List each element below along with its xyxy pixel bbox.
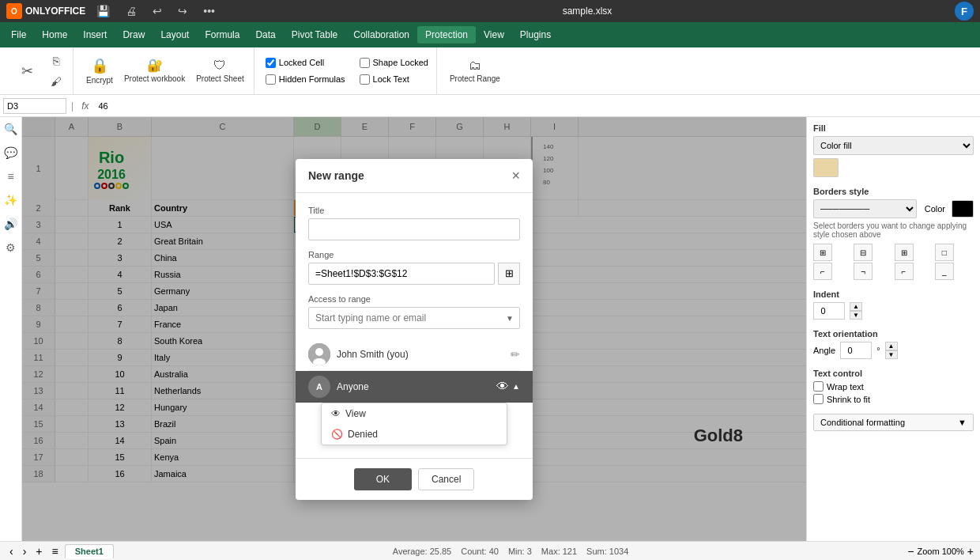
sheet-tabs: ‹ › + ≡ Sheet1 [6, 544, 114, 558]
sheets-list-button[interactable]: ≡ [49, 545, 62, 558]
perm-view-item[interactable]: 👁 View [322, 403, 507, 424]
indent-down-button[interactable]: ▼ [850, 311, 862, 320]
redo-button[interactable]: ↪ [173, 3, 192, 19]
angle-up-button[interactable]: ▲ [885, 342, 898, 350]
text-control-label: Text control [813, 369, 974, 378]
anyone-permission-dropdown[interactable]: 👁 ▲ [496, 380, 520, 394]
range-input[interactable] [308, 263, 495, 285]
cut-button[interactable]: ✂ [11, 59, 43, 83]
navigate-right-button[interactable]: › [20, 545, 30, 558]
menu-collaboration[interactable]: Collaboration [345, 26, 417, 44]
sidebar-speaker-icon[interactable]: 🔊 [2, 215, 20, 233]
cond-format-label: Conditional formatting [820, 418, 905, 427]
sidebar-nav-icon[interactable]: ≡ [2, 168, 20, 185]
copy-icon: ⎘ [53, 55, 59, 67]
angle-input[interactable] [840, 342, 872, 359]
lock-text-checkbox[interactable]: Lock Text [356, 73, 432, 86]
john-avatar [308, 343, 330, 365]
menu-data[interactable]: Data [247, 26, 283, 44]
protect-range-button[interactable]: 🗂 Protect Range [445, 55, 505, 87]
sidebar-ai-icon[interactable]: ✨ [2, 191, 20, 209]
protect-workbook-button[interactable]: 🔐 Protect workbook [119, 55, 190, 87]
sidebar-comment-icon[interactable]: 💬 [2, 144, 20, 161]
indent-up-button[interactable]: ▲ [850, 302, 862, 311]
border-top-button[interactable]: ⌐ [895, 263, 914, 280]
border-left-button[interactable]: ⌐ [813, 263, 832, 280]
lock-text-input[interactable] [360, 74, 370, 85]
border-right-button[interactable]: ¬ [854, 263, 873, 280]
shape-locked-input[interactable] [360, 58, 370, 68]
locked-cell-input[interactable] [266, 58, 276, 68]
menu-pivot-table[interactable]: Pivot Table [284, 26, 345, 44]
angle-down-button[interactable]: ▼ [885, 350, 898, 359]
menu-draw[interactable]: Draw [115, 26, 153, 44]
menu-layout[interactable]: Layout [153, 26, 197, 44]
perm-view-label: View [345, 408, 366, 419]
range-picker-button[interactable]: ⊞ [498, 263, 520, 285]
navigate-left-button[interactable]: ‹ [6, 545, 17, 558]
menu-formula[interactable]: Formula [197, 26, 247, 44]
indent-section: Indent ▲ ▼ [813, 289, 974, 320]
border-inner-v-button[interactable]: ⊞ [895, 244, 914, 261]
stat-count: Count: 40 [461, 547, 499, 556]
sheet1-tab[interactable]: Sheet1 [65, 544, 114, 558]
format-button[interactable]: 🖌 [44, 72, 68, 91]
encrypt-button[interactable]: 🔒 Encrypt [81, 54, 118, 89]
zoom-out-button[interactable]: − [907, 545, 914, 558]
sidebar-settings-icon[interactable]: ⚙ [2, 239, 20, 256]
user-avatar: F [955, 2, 974, 21]
ok-button[interactable]: OK [354, 468, 412, 490]
save-button[interactable]: 💾 [92, 3, 115, 19]
conditional-formatting-button[interactable]: Conditional formatting ▼ [813, 414, 974, 431]
indent-input[interactable] [813, 302, 845, 320]
locked-cell-checkbox[interactable]: Locked Cell [262, 56, 349, 70]
border-bottom-button[interactable]: _ [935, 263, 954, 280]
view-eye-icon: 👁 [331, 408, 341, 419]
border-style-select[interactable]: ──────── [813, 199, 917, 218]
shrink-to-fit-checkbox[interactable]: Shrink to fit [813, 394, 974, 404]
modal-close-button[interactable]: × [511, 168, 520, 183]
hidden-formulas-checkbox[interactable]: Hidden Formulas [262, 73, 349, 86]
range-field: Range ⊞ [308, 250, 520, 285]
color-swatch-row [813, 158, 974, 177]
menu-home[interactable]: Home [34, 26, 75, 44]
formula-input[interactable]: 46 [95, 101, 977, 111]
shrink-to-fit-input[interactable] [813, 394, 824, 404]
menu-view[interactable]: View [476, 26, 512, 44]
menu-insert[interactable]: Insert [75, 26, 115, 44]
cell-ref-input[interactable]: D3 [3, 98, 66, 114]
hidden-formulas-input[interactable] [266, 74, 276, 85]
fill-type-select[interactable]: Color fill [813, 136, 974, 155]
sidebar-search-icon[interactable]: 🔍 [2, 120, 20, 138]
menu-plugins[interactable]: Plugins [512, 26, 559, 44]
stat-max: Max: 121 [541, 547, 577, 556]
stat-sum: Sum: 1034 [586, 547, 628, 556]
undo-button[interactable]: ↩ [148, 3, 167, 19]
menu-file[interactable]: File [3, 26, 34, 44]
fill-color-swatch[interactable] [813, 158, 839, 177]
zoom-in-button[interactable]: + [967, 545, 974, 558]
range-picker-icon: ⊞ [505, 267, 514, 279]
shape-locked-checkbox[interactable]: Shape Locked [356, 56, 432, 70]
john-avatar-image [308, 343, 330, 365]
cancel-button[interactable]: Cancel [418, 468, 474, 490]
app-name: ONLYOFFICE [25, 6, 85, 17]
add-sheet-button[interactable]: + [32, 545, 45, 558]
more-button[interactable]: ••• [198, 3, 220, 19]
perm-denied-item[interactable]: 🚫 Denied [322, 424, 507, 445]
wrap-text-checkbox[interactable]: Wrap text [813, 381, 974, 392]
access-input[interactable] [308, 307, 520, 329]
john-edit-button[interactable]: ✏ [511, 348, 520, 361]
copy-button[interactable]: ⎘ [44, 51, 68, 70]
print-button[interactable]: 🖨 [121, 3, 141, 19]
title-input[interactable] [308, 218, 520, 240]
wrap-text-input[interactable] [813, 381, 824, 392]
border-outer-button[interactable]: □ [935, 244, 954, 261]
border-inner-h-button[interactable]: ⊟ [854, 244, 873, 261]
protect-sheet-button[interactable]: 🛡 Protect Sheet [191, 55, 249, 87]
border-all-button[interactable]: ⊞ [813, 244, 832, 261]
menu-protection[interactable]: Protection [417, 26, 476, 44]
border-color-swatch[interactable] [952, 200, 974, 218]
spreadsheet-area: A B C D E F G H I 1 Rio 2016 [22, 117, 806, 541]
access-field-label: Access to range [308, 294, 520, 304]
